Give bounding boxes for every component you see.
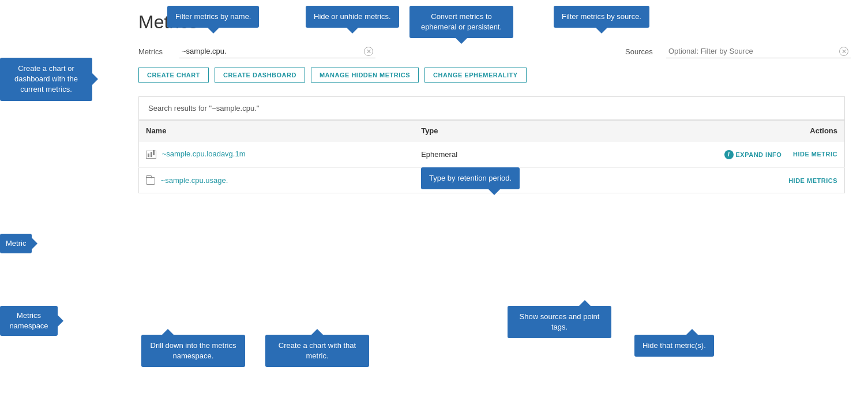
callout-filter-source: Filter metrics by source. — [554, 6, 649, 28]
create-chart-button[interactable]: CREATE CHART — [138, 68, 209, 83]
action-button-row: CREATE CHART CREATE DASHBOARD MANAGE HID… — [138, 68, 851, 83]
create-dashboard-button[interactable]: CREATE DASHBOARD — [215, 68, 305, 83]
manage-hidden-metrics-button[interactable]: MANAGE HIDDEN METRICS — [311, 68, 419, 83]
sources-filter-label: Sources — [625, 47, 657, 56]
table-header-row: Name Type Actions — [139, 121, 845, 141]
sources-filter-clear-icon[interactable]: ✕ — [839, 47, 848, 56]
search-results-bar: Search results for "~sample.cpu." — [138, 96, 845, 120]
metrics-filter-wrap: ✕ — [179, 44, 375, 58]
metrics-filter-input[interactable] — [179, 44, 375, 58]
callout-retention: Type by retention period. — [421, 167, 520, 189]
callout-filter-metrics: Filter metrics by name. — [167, 6, 259, 28]
callout-metric-label: Metric — [0, 234, 32, 253]
metric-chart-icon — [146, 151, 156, 159]
callout-create-chart-metric: Create a chart with that metric. — [265, 335, 369, 367]
expand-info-label: EXPAND INFO — [736, 151, 782, 158]
callout-expand-info: Show sources and point tags. — [508, 306, 611, 338]
callout-drill-down: Drill down into the metrics namespace. — [141, 335, 245, 367]
expand-info-button[interactable]: i EXPAND INFO — [724, 150, 782, 159]
metric-type-cell: Ephemeral — [414, 141, 536, 168]
callout-hide-metric: Hide that metric(s). — [634, 335, 714, 357]
filter-row: Metrics ✕ Sources ✕ — [138, 44, 851, 58]
callout-hide-metrics: Hide or unhide metrics. — [306, 6, 399, 28]
metric-link-usage[interactable]: ~sample.cpu.usage. — [161, 176, 228, 185]
metric-actions-cell: i EXPAND INFO HIDE METRIC — [536, 141, 845, 168]
metric-link-loadavg[interactable]: ~sample.cpu.loadavg.1m — [162, 149, 246, 158]
col-header-name: Name — [139, 121, 415, 141]
sources-filter-wrap: ✕ — [666, 44, 851, 58]
hide-metrics-button[interactable]: HIDE METRICS — [788, 177, 837, 184]
metrics-filter-clear-icon[interactable]: ✕ — [364, 47, 373, 56]
hide-metric-button[interactable]: HIDE METRIC — [793, 151, 837, 158]
col-header-type: Type — [414, 121, 536, 141]
metric-actions-cell: HIDE METRICS — [536, 167, 845, 193]
callout-namespace-label: Metrics namespace — [0, 306, 58, 336]
sources-filter-input[interactable] — [666, 44, 851, 58]
col-header-actions: Actions — [536, 121, 845, 141]
info-icon: i — [724, 150, 734, 159]
change-ephemerality-button[interactable]: CHANGE EPHEMERALITY — [424, 68, 526, 83]
callout-convert-metrics: Convert metrics to ephemeral or persiste… — [409, 6, 513, 38]
metric-name-cell: ~sample.cpu.loadavg.1m — [139, 141, 415, 168]
metric-name-cell: ~sample.cpu.usage. — [139, 167, 415, 193]
metric-folder-icon — [146, 177, 155, 185]
table-row: ~sample.cpu.loadavg.1m Ephemeral i EXPAN… — [139, 141, 845, 168]
metrics-filter-label: Metrics — [138, 47, 170, 56]
callout-create-chart: Create a chart or dashboard with the cur… — [0, 58, 92, 101]
